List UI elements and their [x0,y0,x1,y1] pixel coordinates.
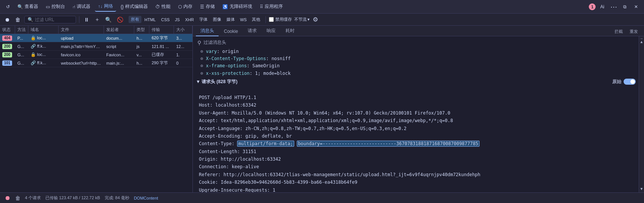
col-header-file[interactable]: 文件 [59,26,104,34]
resend-button[interactable]: 重发 [627,27,641,36]
type-css[interactable]: CSS [159,16,172,23]
error-badge[interactable]: 1 [589,3,596,10]
col-header-initiator[interactable]: 发起者 [104,26,134,34]
req-line-connection: Connection: keep-alive [199,164,259,169]
inspector-button[interactable]: 🔍 查看器 [14,2,41,11]
table-row[interactable]: 200 G... 🔗 ff.k... main.js?attr=YemYkzid… [0,42,192,51]
tab-request[interactable]: 请求 [243,26,261,36]
table-row[interactable]: 404 P... 🔒 loc... upload docum... h... 6… [0,34,192,42]
row-size: 0 [174,61,192,65]
req-line-content-length: Content-Length: 31151 [199,149,256,154]
type-ws[interactable]: WS [238,16,249,23]
col-header-size[interactable]: 大小 [174,26,192,34]
type-font[interactable]: 字体 [197,16,210,23]
filter-url-input[interactable] [35,17,73,22]
status-badge: 200 [2,44,12,49]
col-header-type[interactable]: 类型 [134,26,149,34]
row-type: h... [134,36,149,40]
domcontent-link[interactable]: DOMContent [134,196,158,200]
col-header-transfer[interactable]: 传输 [149,26,174,34]
raw-toggle: 原始 [612,79,636,85]
network-icon: ↑↓ [98,4,102,9]
throttle-select[interactable]: 不节流 ▾ [294,17,310,22]
req-section-toggle[interactable]: ▼ 请求头 (828 字节) [196,79,237,85]
row-initiator: Favicon... [104,53,134,57]
network-button[interactable]: ↑↓ 网络 [95,2,116,12]
intercept-button[interactable]: 拦截 [611,27,626,36]
type-other[interactable]: 其他 [250,16,262,23]
record-button[interactable]: ⏺ [3,16,11,23]
col-header-method[interactable]: 方法 [15,26,28,34]
scroll-up-icon[interactable]: ▲ [640,40,644,44]
req-line-accept: Accept: text/html,application/xhtml+xml,… [199,118,453,123]
tab-timing[interactable]: 耗时 [281,26,299,36]
debugger-button[interactable]: ⑁ 调试器 [70,2,93,11]
row-size: 1. [174,53,192,57]
console-icon: ▭ [46,4,50,9]
row-file: main.js?attr=YemYkzidvDbae4 [59,44,104,49]
clear-button[interactable]: 🗑 [14,16,22,23]
table-row[interactable]: 101 G... 🔗 ff.k... websocket?url=http://… [0,59,192,67]
table-row[interactable]: 200 G... 🔒 loc... favicon.ico Favicon...… [0,51,192,59]
detail-sidebar: ↑ ▲ ▼ [639,36,644,192]
raw-toggle-switch[interactable] [624,79,636,85]
tab-message-header[interactable]: 消息头 [196,26,219,36]
accessibility-button[interactable]: ♿ 无障碍环境 [219,2,255,11]
block-button[interactable]: 🚫 [115,16,125,23]
req-line-accept-enc: Accept-Encoding: gzip, deflate, br [199,133,292,139]
style-editor-button[interactable]: {} 样式编辑器 [118,2,151,11]
style-icon: {} [121,4,124,9]
type-all[interactable]: 所有 [129,16,141,23]
row-domain: 🔒 loc... [28,36,59,40]
more-options-icon[interactable]: ⋯ [609,1,619,12]
close-devtools-button[interactable]: ✕ [631,3,641,11]
search-button[interactable]: 🔍 [104,16,113,23]
type-image[interactable]: 图像 [211,16,223,23]
row-status: 404 [0,36,15,41]
req-line-accept-lang: Accept-Language: zh-CN,zh;q=0.8,zh-TW;q=… [199,126,407,131]
disable-cache-label[interactable]: 禁用缓存 [269,17,292,22]
settings-button[interactable]: ⚙ [312,15,319,24]
separator2 [265,16,266,23]
col-header-domain[interactable]: 域名 [28,26,59,34]
refresh-button[interactable]: ↺ [3,3,13,11]
req-line-cookie: Cookie: Idea-8296eb30=9462660d-5b83-4399… [199,180,357,185]
row-initiator: main.js:... [104,61,134,65]
memory-button[interactable]: ⬡ 内存 [175,2,196,11]
row-method: G... [15,44,28,49]
pause-button[interactable]: ⏸ [82,16,91,23]
applications-button[interactable]: ⠿ 应用程序 [257,2,286,11]
transferred-size: 已传输 123.47 kB / 122.72 kB [45,195,100,201]
row-transfer: 620 字节 [149,35,174,41]
row-initiator: docum... [104,36,134,40]
row-method: G... [15,61,28,65]
type-js[interactable]: JS [173,16,182,23]
type-html[interactable]: HTML [142,16,158,23]
row-status: 200 [0,52,15,57]
row-type: js [134,44,149,49]
add-filter-button[interactable]: ＋ [93,15,101,24]
row-file: websocket?url=http://localhos [59,61,104,65]
row-file: upload [59,36,104,40]
type-xhr[interactable]: XHR [183,16,196,23]
dock-button[interactable]: ⧉ [620,3,630,11]
row-method: G... [15,53,28,57]
performance-button[interactable]: ⏱ 性能 [152,2,174,11]
clear-status-icon[interactable]: 🗑 [15,195,20,201]
tab-cookie[interactable]: Cookie [219,27,242,36]
disable-cache-checkbox[interactable] [269,17,274,22]
row-size: 3... [174,36,192,40]
storage-button[interactable]: ☰ 存储 [197,2,218,11]
row-transfer: 已缓存 [149,52,174,57]
col-header-status[interactable]: 状态 [0,26,15,34]
row-file: favicon.ico [59,53,104,57]
detail-content: ⚲ 过滤消息头 ⊙ vary: origin ⊙ X-Content-Type-… [193,36,639,192]
row-domain: 🔒 loc... [28,52,59,57]
type-media[interactable]: 媒体 [224,16,237,23]
ai-button[interactable]: Ai [597,3,607,11]
row-domain: 🔗 ff.k... [28,44,59,49]
scroll-down-icon[interactable]: ▼ [640,187,644,191]
tab-response[interactable]: 响应 [262,26,280,36]
console-button[interactable]: ▭ 控制台 [43,2,68,11]
finish-time: 完成: 84 毫秒 [105,195,129,201]
